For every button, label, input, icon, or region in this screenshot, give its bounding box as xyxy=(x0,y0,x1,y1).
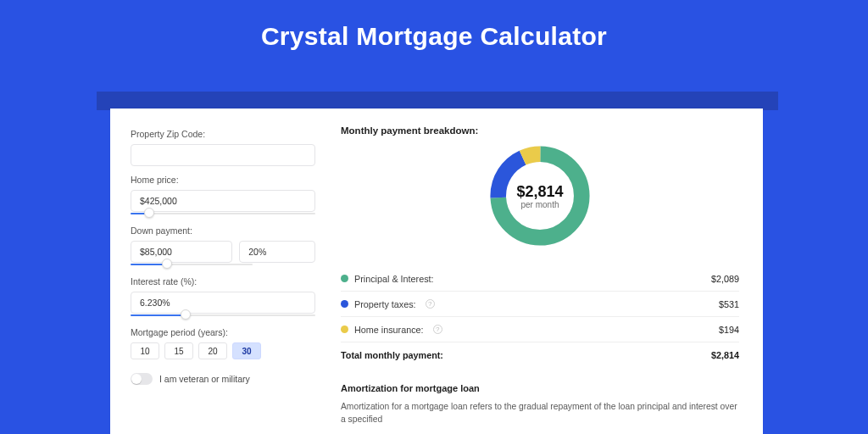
donut-center-sub: per month xyxy=(520,200,559,209)
swatch-blue-icon xyxy=(341,300,348,308)
donut-center-value: $2,814 xyxy=(516,183,563,201)
period-chip-15[interactable]: 15 xyxy=(164,342,193,359)
breakdown-heading: Monthly payment breakdown: xyxy=(341,125,739,136)
page-title: Crystal Mortgage Calculator xyxy=(0,0,868,51)
period-chip-10[interactable]: 10 xyxy=(131,342,159,359)
down-pct-input[interactable] xyxy=(239,241,315,263)
amortization-heading: Amortization for mortgage loan xyxy=(341,383,739,393)
down-field: Down payment: xyxy=(131,225,315,268)
period-chip-20[interactable]: 20 xyxy=(198,342,227,359)
header-band xyxy=(97,92,778,110)
price-field: Home price: xyxy=(131,175,315,217)
zip-input[interactable] xyxy=(131,144,315,166)
down-label: Down payment: xyxy=(131,225,315,236)
amortization-section: Amortization for mortgage loan Amortizat… xyxy=(341,383,739,426)
legend-row-insurance: Home insurance: ? $194 xyxy=(341,317,739,342)
amortization-body: Amortization for a mortgage loan refers … xyxy=(341,400,739,426)
rate-field: Interest rate (%): xyxy=(131,276,315,319)
period-options: 10 15 20 30 xyxy=(131,342,315,359)
legend-label: Home insurance: xyxy=(354,325,424,335)
legend-amount: $2,089 xyxy=(711,274,739,284)
info-icon[interactable]: ? xyxy=(426,299,435,309)
rate-input[interactable] xyxy=(131,292,315,314)
down-slider[interactable] xyxy=(131,261,253,268)
period-field: Mortgage period (years): 10 15 20 30 xyxy=(131,327,315,359)
legend-amount: $194 xyxy=(719,325,739,335)
legend-row-total: Total monthly payment: $2,814 xyxy=(341,342,739,368)
calculator-card: Property Zip Code: Home price: Down paym… xyxy=(110,108,763,434)
swatch-yellow-icon xyxy=(341,326,348,333)
legend-row-taxes: Property taxes: ? $531 xyxy=(341,292,739,317)
swatch-green-icon xyxy=(341,275,348,282)
breakdown-donut: $2,814 per month xyxy=(341,141,739,251)
veteran-label: I am veteran or military xyxy=(159,374,250,384)
legend-label: Principal & Interest: xyxy=(354,274,434,284)
inputs-panel: Property Zip Code: Home price: Down paym… xyxy=(110,108,332,434)
rate-slider[interactable] xyxy=(131,312,315,319)
price-label: Home price: xyxy=(131,175,315,185)
legend-label: Property taxes: xyxy=(354,299,416,309)
breakdown-panel: Monthly payment breakdown: $2,814 per xyxy=(332,108,763,434)
rate-label: Interest rate (%): xyxy=(131,276,315,287)
veteran-toggle[interactable] xyxy=(131,373,153,385)
breakdown-legend: Principal & Interest: $2,089 Property ta… xyxy=(341,266,739,368)
legend-total-amount: $2,814 xyxy=(711,350,739,360)
info-icon[interactable]: ? xyxy=(433,325,442,334)
period-label: Mortgage period (years): xyxy=(131,327,315,337)
price-slider[interactable] xyxy=(131,210,315,217)
price-input[interactable] xyxy=(131,190,315,212)
period-chip-30[interactable]: 30 xyxy=(232,342,261,359)
legend-row-principal: Principal & Interest: $2,089 xyxy=(341,266,739,292)
legend-total-label: Total monthly payment: xyxy=(341,350,443,360)
zip-field: Property Zip Code: xyxy=(131,129,315,166)
legend-amount: $531 xyxy=(719,299,739,309)
donut-center: $2,814 per month xyxy=(485,141,595,251)
zip-label: Property Zip Code: xyxy=(131,129,315,139)
veteran-row: I am veteran or military xyxy=(131,373,315,385)
down-amount-input[interactable] xyxy=(131,241,232,263)
